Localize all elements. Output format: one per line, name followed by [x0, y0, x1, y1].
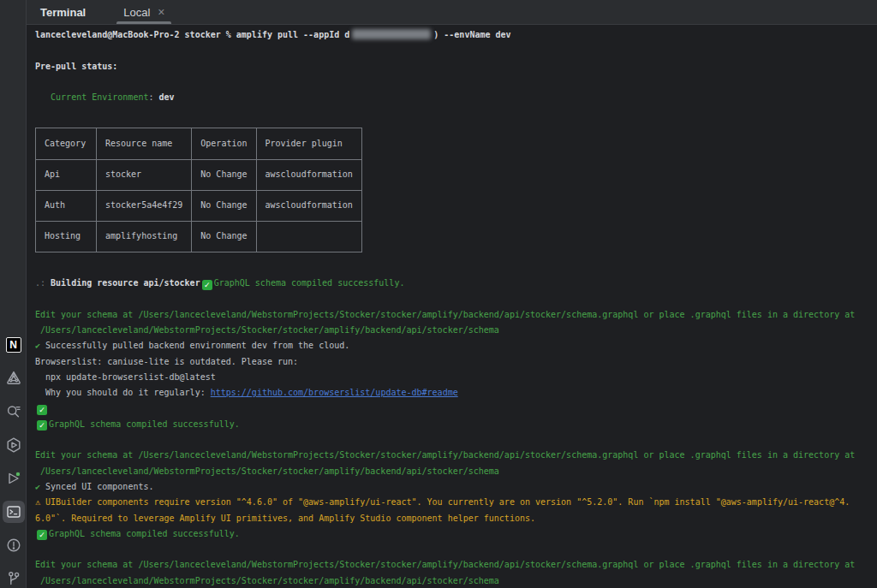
terminal-text: Building resource api/stocker	[51, 278, 200, 288]
terminal-text: GraphQL schema compiled successfully.	[49, 529, 240, 538]
check-mark-emoji-icon: ✓	[37, 420, 47, 431]
terminal-blank-line	[35, 74, 877, 90]
services-tool-button[interactable]	[3, 434, 25, 456]
terminal-text: /Users/lancecleveland/WebstormProjects/S…	[35, 576, 499, 585]
tab-label: Local	[123, 6, 150, 19]
terminal-line: Edit your schema at /Users/lanceclevelan…	[35, 557, 877, 573]
terminal-text: UIBuilder components require version "^4…	[45, 497, 850, 507]
table-header-cell: Resource name	[97, 128, 192, 159]
graph-tool-icon	[5, 370, 22, 387]
terminal-line: ✓	[35, 401, 877, 416]
run-tool-button[interactable]	[3, 467, 25, 490]
terminal-text: ) --envName dev	[433, 30, 510, 39]
tool-window-stripe: N	[0, 0, 27, 588]
table-row: Authstocker5a4e4f29No Changeawscloudform…	[36, 190, 362, 221]
table-cell: No Change	[192, 221, 256, 252]
terminal-blank-line	[35, 542, 877, 557]
n-logo-icon: N	[6, 337, 21, 353]
terminal-line: /Users/lancecleveland/WebstormProjects/S…	[35, 573, 877, 588]
ide-window: N	[0, 0, 877, 588]
terminal-line: npx update-browserslist-db@latest	[35, 370, 877, 385]
find-tool-button[interactable]	[3, 401, 25, 423]
terminal-text: dev	[159, 92, 175, 102]
run-icon	[5, 470, 22, 487]
terminal-text: Successfully pulled backend environment …	[45, 341, 349, 350]
active-tab-indicator	[116, 21, 171, 24]
terminal-header: Terminal Local ×	[27, 0, 877, 25]
table-header-cell: Provider plugin	[256, 128, 361, 159]
terminal-line: ✓GraphQL schema compiled successfully.	[35, 526, 877, 542]
resource-status-table: CategoryResource nameOperationProvider p…	[35, 128, 362, 252]
terminal-text: /Users/lancecleveland/WebstormProjects/S…	[35, 466, 499, 476]
check-mark-emoji-icon: ✓	[37, 530, 47, 540]
terminal-icon	[5, 503, 22, 520]
terminal-text: .:	[35, 278, 51, 288]
terminal-line: Edit your schema at /Users/lanceclevelan…	[35, 448, 877, 463]
terminal-blank-line	[35, 105, 877, 121]
git-branch-icon	[5, 570, 22, 587]
terminal-line: 6.0"`. Required to leverage Amplify UI p…	[35, 511, 877, 526]
graph-tool-button[interactable]	[3, 367, 25, 389]
terminal-line: ✓GraphQL schema compiled successfully.	[35, 417, 877, 432]
table-cell: No Change	[192, 159, 256, 190]
table-cell: awscloudformation	[256, 190, 361, 221]
problems-tool-button[interactable]	[3, 534, 25, 556]
close-icon[interactable]: ×	[158, 6, 164, 18]
table-cell: Hosting	[36, 221, 97, 252]
terminal-line: lancecleveland@MacBook-Pro-2 stocker % a…	[35, 27, 877, 43]
terminal-text: GraphQL schema compiled successfully.	[214, 278, 405, 288]
terminal-line: Browserslist: caniuse-lite is outdated. …	[35, 354, 877, 370]
tool-window-title: Terminal	[40, 6, 86, 19]
terminal-text: ✔	[35, 482, 45, 491]
terminal-line: Why you should do it regularly: https://…	[35, 385, 877, 401]
services-icon	[5, 437, 22, 454]
check-mark-emoji-icon: ✓	[202, 280, 212, 290]
terminal-text: ⚠	[35, 497, 45, 507]
terminal-text: 6.0"`. Required to leverage Amplify UI p…	[35, 514, 535, 523]
table-cell: stocker5a4e4f29	[97, 190, 192, 221]
terminal-line: Pre-pull status:	[35, 59, 877, 74]
terminal-text: Edit your schema at /Users/lanceclevelan…	[35, 560, 855, 569]
terminal-blank-line	[35, 43, 877, 58]
table-cell: stocker	[97, 159, 192, 190]
git-tool-button[interactable]	[3, 567, 25, 588]
table-cell: Auth	[36, 190, 97, 221]
terminal-blank-line	[35, 260, 877, 276]
terminal-text: /Users/lancecleveland/WebstormProjects/S…	[35, 325, 499, 335]
terminal-text	[35, 92, 51, 102]
redacted-app-id	[352, 29, 431, 39]
find-icon	[5, 403, 22, 420]
check-mark-emoji-icon: ✓	[37, 405, 47, 415]
terminal-line: ✔ Successfully pulled backend environmen…	[35, 338, 877, 353]
terminal-text: Current Environment	[51, 92, 148, 102]
table-cell	[256, 221, 361, 252]
table-cell: No Change	[192, 190, 256, 221]
n-logo-tool-button[interactable]: N	[3, 334, 25, 356]
problems-icon	[5, 537, 22, 554]
tab-local[interactable]: Local ×	[115, 0, 173, 24]
table-header-cell: Category	[36, 128, 97, 159]
terminal-tool-button[interactable]	[3, 501, 25, 523]
table-cell: amplifyhosting	[97, 221, 192, 252]
terminal-text: lancecleveland@MacBook-Pro-2 stocker % a…	[35, 30, 349, 39]
table-row: ApistockerNo Changeawscloudformation	[36, 159, 362, 190]
terminal-blank-line	[35, 291, 877, 306]
table-cell: awscloudformation	[256, 159, 361, 190]
table-header-cell: Operation	[192, 128, 256, 159]
browserslist-update-link[interactable]: https://github.com/browserslist/update-d…	[211, 388, 458, 397]
terminal-line: Edit your schema at /Users/lanceclevelan…	[35, 307, 877, 323]
terminal-text: :	[148, 92, 158, 102]
terminal-text: Synced UI components.	[45, 482, 153, 491]
terminal-line: .: Building resource api/stocker✓GraphQL…	[35, 276, 877, 291]
terminal-text: GraphQL schema compiled successfully.	[49, 419, 240, 429]
terminal-text: Edit your schema at /Users/lanceclevelan…	[35, 310, 855, 319]
terminal-line: Current Environment: dev	[35, 90, 877, 105]
terminal-output[interactable]: lancecleveland@MacBook-Pro-2 stocker % a…	[27, 25, 877, 588]
terminal-line: /Users/lancecleveland/WebstormProjects/S…	[35, 464, 877, 479]
terminal-line: ✔ Synced UI components.	[35, 479, 877, 495]
table-row: HostingamplifyhostingNo Change	[36, 221, 362, 252]
terminal-blank-line	[35, 432, 877, 448]
table-cell: Api	[36, 159, 97, 190]
terminal-text: Why you should do it regularly:	[35, 388, 211, 397]
terminal-text: ✔	[35, 341, 45, 350]
